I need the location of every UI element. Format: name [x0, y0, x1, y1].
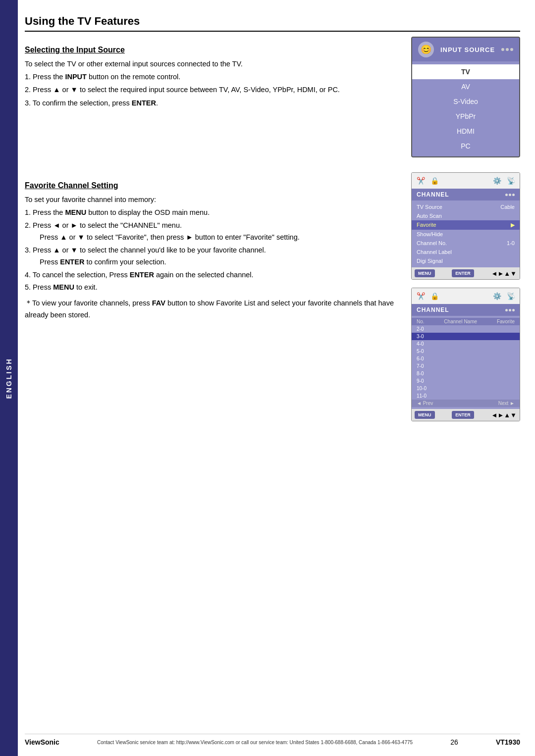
section2-note: ＊To view your favorite channels, press F…: [25, 298, 401, 321]
section2-heading: Favorite Channel Setting: [25, 181, 401, 190]
osd2-row-6: 7-0: [412, 362, 520, 370]
section1-text: Selecting the Input Source To select the…: [25, 37, 401, 110]
footer-page-number: 26: [450, 738, 458, 746]
input-source-box: 😊 INPUT SOURCE TV AV S-Video YPbPr HDMI …: [411, 37, 520, 157]
osd1-row-digisignal: Digi Signal: [412, 256, 520, 265]
osd2-row-10: 11-0: [412, 392, 520, 400]
osd2-left-icons: ✂️ 🔒: [415, 290, 440, 302]
footer-model: VT1930: [496, 738, 520, 746]
satellite-icon2: 📡: [505, 290, 517, 302]
input-source-items: TV AV S-Video YPbPr HDMI PC: [412, 61, 519, 156]
osd2-row-5: 6-0: [412, 355, 520, 362]
section2-text: Favorite Channel Setting To set your fav…: [25, 172, 401, 322]
input-source-title: INPUT SOURCE: [434, 46, 501, 53]
section1-steps: 1. Press the INPUT button on the remote …: [25, 71, 401, 109]
input-source-item-tv[interactable]: TV: [412, 64, 519, 79]
step1-1: 1. Press the INPUT button on the remote …: [25, 71, 401, 83]
osd2-row-8: 9-0: [412, 377, 520, 385]
sidebar-english-label: ENGLISH: [0, 0, 18, 756]
osd2-row-7: 8-0: [412, 370, 520, 377]
step1-3: 3. To confirm the selection, press ENTER…: [25, 98, 401, 109]
osd1-row-channellabel: Channel Label: [412, 248, 520, 256]
osd2-enter-btn[interactable]: ENTER: [452, 411, 474, 419]
osd1-menu-btn[interactable]: MENU: [415, 269, 435, 277]
section-input-source: Selecting the Input Source To select the…: [25, 37, 520, 157]
osd1-body: TV SourceCable Auto Scan Favorite▶ Show/…: [412, 201, 520, 267]
osd2-right-icons: ⚙️ 📡: [491, 290, 517, 302]
osd2-footer-icons: ◄►▲▼: [491, 411, 517, 419]
osd1-header: CHANNEL: [412, 189, 520, 201]
step2-2: 2. Press ◄ or ► to select the "CHANNEL" …: [25, 220, 401, 244]
section2-intro: To set your favorite channel into memory…: [25, 194, 401, 206]
osd1-row-tvsource: TV SourceCable: [412, 202, 520, 211]
osd2-row-9: 10-0: [412, 385, 520, 392]
main-content: Using the TV Features Selecting the Inpu…: [25, 15, 520, 726]
osd1-footer-icons: ◄►▲▼: [491, 270, 517, 277]
osd1-row-favorite: Favorite▶: [412, 220, 520, 230]
osd2-dots: [505, 309, 515, 311]
satellite-icon: 📡: [505, 175, 517, 187]
osd2-row-2: 3-0: [412, 333, 520, 340]
input-source-panel: 😊 INPUT SOURCE TV AV S-Video YPbPr HDMI …: [411, 37, 520, 157]
input-source-item-av[interactable]: AV: [412, 79, 519, 94]
osd2-row-4: 5-0: [412, 348, 520, 355]
osd2-body: No. Channel Name Favorite 2-0 3-0 4-0 5-…: [412, 316, 520, 409]
section1-intro: To select the TV or other external input…: [25, 58, 401, 70]
osd1-row-channelno: Channel No.1-0: [412, 239, 520, 248]
osd1-left-icons: ✂️ 🔒: [415, 175, 440, 187]
step2-4: 4. To cancel the selection, Press ENTER …: [25, 269, 401, 281]
osd-channel-list: ✂️ 🔒 ⚙️ 📡 CHANNEL No.: [411, 288, 520, 421]
osd2-row-3: 4-0: [412, 340, 520, 348]
osd2-title: CHANNEL: [417, 306, 449, 313]
osd1-title: CHANNEL: [417, 191, 449, 198]
osd-panels: ✂️ 🔒 ⚙️ 📡 CHANNEL TV Sour: [411, 172, 520, 421]
step2-1: 1. Press the MENU button to display the …: [25, 207, 401, 219]
osd2-nav-icon: ◄►▲▼: [491, 411, 517, 419]
step1-2: 2. Press ▲ or ▼ to select the required i…: [25, 84, 401, 96]
osd-channel-menu: ✂️ 🔒 ⚙️ 📡 CHANNEL TV Sour: [411, 172, 520, 280]
osd2-top-icons: ✂️ 🔒 ⚙️ 📡: [412, 288, 520, 304]
input-source-dots: [501, 48, 513, 51]
step2-3: 3. Press ▲ or ▼ to select the channel yo…: [25, 245, 401, 268]
osd1-nav-icon: ◄►▲▼: [491, 270, 517, 277]
input-source-item-pc[interactable]: PC: [412, 139, 519, 153]
footer-contact: Contact ViewSonic service team at: http:…: [97, 740, 413, 745]
osd2-menu-btn[interactable]: MENU: [415, 411, 435, 419]
osd1-row-autoscan: Auto Scan: [412, 211, 520, 220]
step2-5: 5. Press MENU to exit.: [25, 282, 401, 294]
page-footer: ViewSonic Contact ViewSonic service team…: [25, 734, 520, 746]
lock-icon2: 🔒: [428, 290, 440, 302]
osd1-footer: MENU ENTER ◄►▲▼: [412, 267, 520, 279]
osd2-nav-row: ◄ Prev Next ►: [412, 400, 520, 407]
section-favorite-channel: Favorite Channel Setting To set your fav…: [25, 172, 520, 421]
input-source-item-hdmi[interactable]: HDMI: [412, 124, 519, 139]
section1-heading: Selecting the Input Source: [25, 46, 401, 54]
footer-brand: ViewSonic: [25, 738, 59, 746]
section2-steps: 1. Press the MENU button to display the …: [25, 207, 401, 294]
osd1-enter-btn[interactable]: ENTER: [452, 269, 474, 277]
osd2-row-1: 2-0: [412, 325, 520, 333]
english-text: ENGLISH: [5, 357, 13, 399]
osd2-footer: MENU ENTER ◄►▲▼: [412, 409, 520, 421]
osd1-top-icons: ✂️ 🔒 ⚙️ 📡: [412, 173, 520, 189]
lock-icon: 🔒: [428, 175, 440, 187]
osd2-header: CHANNEL: [412, 304, 520, 316]
scissors-icon: ✂️: [415, 175, 427, 187]
input-source-header: 😊 INPUT SOURCE: [412, 38, 519, 61]
page-title: Using the TV Features: [25, 15, 520, 32]
osd1-right-icons: ⚙️ 📡: [491, 175, 517, 187]
input-source-item-ypbpr[interactable]: YPbPr: [412, 109, 519, 124]
osd1-dots: [505, 194, 515, 196]
osd1-row-showhide: Show/Hide: [412, 230, 520, 239]
gear-icon: ⚙️: [491, 175, 503, 187]
scissors-icon2: ✂️: [415, 290, 427, 302]
input-source-icon: 😊: [418, 42, 434, 57]
input-source-item-svideo[interactable]: S-Video: [412, 94, 519, 109]
gear-icon2: ⚙️: [491, 290, 503, 302]
osd2-table-header: No. Channel Name Favorite: [412, 318, 520, 325]
